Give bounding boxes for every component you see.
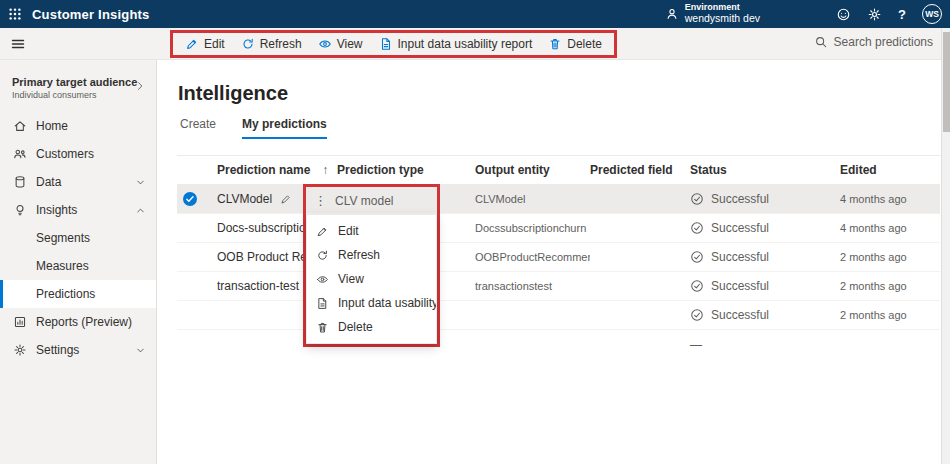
settings-gear-icon[interactable] <box>867 7 882 22</box>
context-menu-header: ⋮ CLV model <box>306 187 437 214</box>
chevron-down-icon <box>135 177 146 188</box>
output-entity: CLVModel <box>475 193 590 205</box>
column-header-edited[interactable]: Edited <box>840 163 940 177</box>
sidebar-item-data[interactable]: Data <box>0 168 156 196</box>
column-header-output-entity[interactable]: Output entity <box>475 163 590 177</box>
predictions-table: Prediction name ↑ Prediction type Output… <box>177 155 940 359</box>
input-data-usability-report-button[interactable]: Input data usability report <box>371 33 541 55</box>
top-bar: Customer Insights Environment wendysmith… <box>0 0 950 28</box>
audience-subtitle: Individual consumers <box>12 90 144 100</box>
table-row[interactable]: — <box>177 330 940 359</box>
context-menu-item-refresh[interactable]: Refresh <box>307 243 436 267</box>
status-success-icon <box>690 221 704 235</box>
view-button[interactable]: View <box>310 33 371 55</box>
sidebar-item-label: Customers <box>36 147 94 161</box>
status-success-icon <box>690 279 704 293</box>
trash-icon <box>548 37 562 51</box>
context-menu-item-edit[interactable]: Edit <box>307 219 436 243</box>
output-entity: Docssubscriptionchurn <box>475 222 590 234</box>
table-row[interactable]: Docs-subscription Docssubscriptionchurn … <box>177 214 940 243</box>
sidebar-item-label: Data <box>36 175 61 189</box>
sidebar-item-measures[interactable]: Measures <box>0 252 156 280</box>
people-icon <box>13 147 27 161</box>
sidebar-item-label: Segments <box>36 231 90 245</box>
column-header-prediction-type[interactable]: Prediction type <box>337 163 475 177</box>
refresh-button-label: Refresh <box>260 37 302 51</box>
edited-text: 2 months ago <box>840 309 940 321</box>
more-options-icon[interactable]: ⋮ <box>314 193 327 208</box>
sidebar-item-insights[interactable]: Insights <box>0 196 156 224</box>
table-header-row: Prediction name ↑ Prediction type Output… <box>177 155 940 185</box>
waffle-icon[interactable] <box>8 7 22 21</box>
delete-button[interactable]: Delete <box>540 33 610 55</box>
output-entity: OOBProductRecommendation <box>475 251 590 263</box>
context-menu-item-input-data-usability-report[interactable]: Input data usability report <box>307 291 436 315</box>
edit-button[interactable]: Edit <box>177 33 233 55</box>
eye-icon <box>316 273 329 286</box>
feedback-smiley-icon[interactable] <box>836 7 851 22</box>
sidebar-item-label: Insights <box>36 203 77 217</box>
bar-chart-icon <box>13 315 27 329</box>
home-icon <box>13 119 27 133</box>
sidebar-item-customers[interactable]: Customers <box>0 140 156 168</box>
sidebar-item-reports[interactable]: Reports (Preview) <box>0 308 156 336</box>
status-success-icon <box>690 250 704 264</box>
avatar[interactable]: WS <box>922 4 942 24</box>
help-icon[interactable]: ? <box>898 7 906 22</box>
context-menu: Edit Refresh View Input data usability r… <box>306 214 437 344</box>
prediction-name: transaction-test <box>217 279 299 293</box>
sidebar-item-home[interactable]: Home <box>0 112 156 140</box>
pencil-icon <box>185 37 199 51</box>
audience-title: Primary target audience <box>12 76 144 88</box>
refresh-icon <box>316 249 329 262</box>
status-text: Successful <box>711 221 769 235</box>
column-header-prediction-name[interactable]: Prediction name ↑ <box>217 163 337 177</box>
search-predictions[interactable]: Search predictions <box>814 35 933 49</box>
audience-selector[interactable]: Primary target audience Individual consu… <box>0 60 156 112</box>
trash-icon <box>316 321 329 334</box>
tab-my-predictions[interactable]: My predictions <box>242 117 327 139</box>
page-title: Intelligence <box>178 82 288 105</box>
chevron-right-icon <box>134 80 146 92</box>
sidebar-item-settings[interactable]: Settings <box>0 336 156 364</box>
view-button-label: View <box>337 37 363 51</box>
table-row[interactable]: transaction-test transactionstest Succes… <box>177 272 940 301</box>
status-text: Successful <box>711 250 769 264</box>
context-menu-highlight: ⋮ CLV model Edit Refresh View <box>303 184 440 347</box>
table-row[interactable]: Successful 2 months ago <box>177 301 940 330</box>
refresh-icon <box>241 37 255 51</box>
command-bar: Edit Refresh View <box>0 28 941 60</box>
sidebar-item-predictions[interactable]: Predictions <box>0 280 156 308</box>
report-document-icon <box>379 37 393 51</box>
app-title: Customer Insights <box>32 7 150 22</box>
refresh-button[interactable]: Refresh <box>233 33 310 55</box>
context-menu-header-label: CLV model <box>335 194 393 208</box>
context-menu-item-view[interactable]: View <box>307 267 436 291</box>
gear-icon <box>13 343 27 357</box>
environment-picker[interactable]: Environment wendysmith dev <box>665 3 760 24</box>
context-menu-item-delete[interactable]: Delete <box>307 315 436 339</box>
tab-bar: Create My predictions <box>180 117 327 139</box>
edited-text: 4 months ago <box>840 193 940 205</box>
sidebar: Primary target audience Individual consu… <box>0 60 157 464</box>
scrollbar-thumb[interactable] <box>943 32 950 132</box>
sidebar-item-segments[interactable]: Segments <box>0 224 156 252</box>
table-row[interactable]: CLVModel CLVModel Successful 4 months ag… <box>177 185 940 214</box>
hamburger-icon[interactable] <box>10 36 26 52</box>
input-data-usability-report-label: Input data usability report <box>398 37 533 51</box>
customer-insights-app: Customer Insights Environment wendysmith… <box>0 0 950 464</box>
table-row[interactable]: OOB Product Reco OOBProductRecommendatio… <box>177 243 940 272</box>
column-header-predicted-field[interactable]: Predicted field <box>590 163 690 177</box>
tab-create[interactable]: Create <box>180 117 216 139</box>
edited-text: 4 months ago <box>840 222 940 234</box>
column-header-status[interactable]: Status <box>690 163 840 177</box>
search-predictions-label: Search predictions <box>834 35 933 49</box>
vertical-scrollbar <box>941 28 950 464</box>
row-selected-check-icon[interactable] <box>182 191 198 207</box>
status-text: Successful <box>711 308 769 322</box>
rename-pencil-icon[interactable] <box>280 193 292 205</box>
eye-icon <box>318 37 332 51</box>
status-text: — <box>690 338 702 352</box>
status-text: Successful <box>711 192 769 206</box>
sidebar-item-label: Measures <box>36 259 89 273</box>
